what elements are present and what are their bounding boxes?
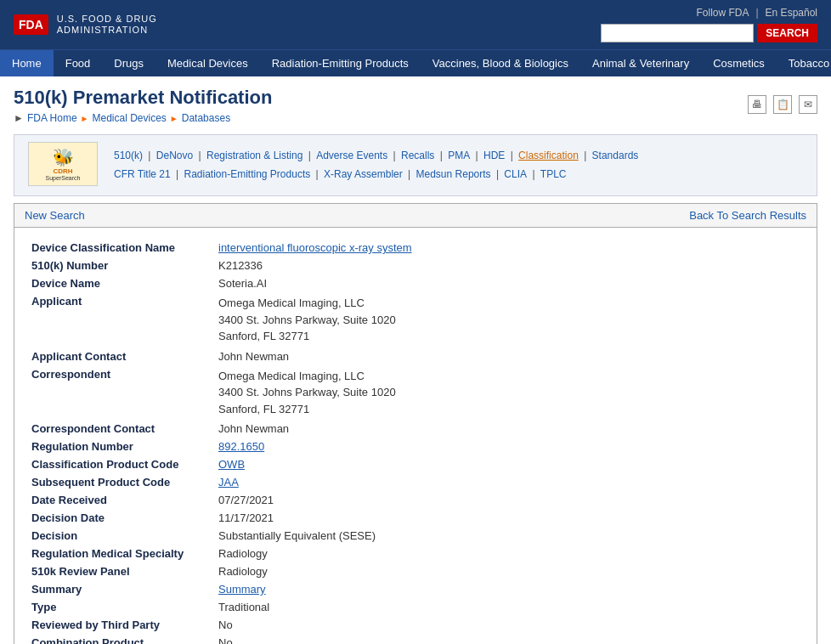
print-icon[interactable]: 🖶 <box>748 95 766 114</box>
field-label: Regulation Medical Specialty <box>31 547 218 560</box>
ss-link-standards[interactable]: Standards <box>592 150 639 161</box>
field-link[interactable]: OWB <box>218 458 245 471</box>
table-row: 510(k) NumberK212336 <box>31 259 800 272</box>
field-label: Type <box>31 601 218 613</box>
email-icon[interactable]: ✉ <box>799 95 817 114</box>
ss-link-radiation[interactable]: Radiation-Emitting Products <box>184 168 310 180</box>
field-label: Device Classification Name <box>31 241 218 254</box>
breadcrumb: ► FDA Home ► Medical Devices ► Databases <box>14 112 272 124</box>
field-value: Substantially Equivalent (SESE) <box>218 529 376 542</box>
field-link[interactable]: Summary <box>218 583 266 596</box>
espanol-link[interactable]: En Español <box>766 7 817 19</box>
site-header: FDA U.S. FOOD & DRUG ADMINISTRATION Foll… <box>0 0 831 49</box>
supersearch-links: 510(k) | DeNovo | Registration & Listing… <box>114 147 638 184</box>
page-header: 510(k) Premarket Notification ► FDA Home… <box>0 76 831 127</box>
field-link[interactable]: interventional fluoroscopic x-ray system <box>218 241 412 254</box>
ss-link-cfr[interactable]: CFR Title 21 <box>114 168 171 180</box>
breadcrumb-icon: ► <box>14 112 24 124</box>
new-search-link[interactable]: New Search <box>25 209 85 222</box>
breadcrumb-databases[interactable]: Databases <box>182 112 230 124</box>
table-row: Date Received07/27/2021 <box>31 494 800 506</box>
ss-link-pma[interactable]: PMA <box>448 150 470 161</box>
field-label: Applicant <box>31 295 218 345</box>
ss-link-xray[interactable]: X-Ray Assembler <box>324 168 403 180</box>
field-label: 510k Review Panel <box>31 565 218 578</box>
field-link[interactable]: 892.1650 <box>218 440 264 453</box>
field-label: Correspondent <box>31 368 218 418</box>
search-input[interactable] <box>601 24 754 42</box>
nav-item-food[interactable]: Food <box>54 50 103 76</box>
nav-item-medical-devices[interactable]: Medical Devices <box>155 50 260 76</box>
ss-link-clia[interactable]: CLIA <box>504 168 527 180</box>
ss-link-510k[interactable]: 510(k) <box>114 150 143 161</box>
cdrh-sublabel: SuperSearch <box>46 175 81 181</box>
back-to-search-link[interactable]: Back To Search Results <box>689 209 806 222</box>
main-nav: Home Food Drugs Medical Devices Radiatio… <box>0 49 831 76</box>
title-line1: U.S. FOOD & DRUG <box>57 14 157 25</box>
nav-item-animal[interactable]: Animal & Veterinary <box>580 50 701 76</box>
cdrh-bee-icon: 🐝 <box>53 147 74 167</box>
field-label: Applicant Contact <box>31 350 218 363</box>
nav-item-home[interactable]: Home <box>0 50 54 76</box>
field-link[interactable]: JAA <box>218 476 239 489</box>
field-value: Omega Medical Imaging, LLC3400 St. Johns… <box>218 368 396 418</box>
main-content: New Search Back To Search Results Device… <box>14 203 817 644</box>
share-icon[interactable]: 📋 <box>773 95 792 114</box>
table-row: CorrespondentOmega Medical Imaging, LLC3… <box>31 368 800 418</box>
field-value: John Newman <box>218 422 289 435</box>
field-label: 510(k) Number <box>31 259 218 272</box>
field-value: 07/27/2021 <box>218 494 274 506</box>
fda-badge: FDA <box>14 14 48 35</box>
table-row: Device NameSoteria.AI <box>31 277 800 290</box>
ss-link-classification[interactable]: Classification <box>518 150 579 161</box>
ss-link-tplc[interactable]: TPLC <box>540 168 567 180</box>
nav-item-radiation[interactable]: Radiation-Emitting Products <box>260 50 421 76</box>
field-value: John Newman <box>218 350 289 363</box>
field-value: No <box>218 619 233 631</box>
nav-item-vaccines[interactable]: Vaccines, Blood & Biologics <box>421 50 580 76</box>
nav-item-tobacco[interactable]: Tobacco Products <box>777 50 831 76</box>
table-row: Correspondent ContactJohn Newman <box>31 422 800 435</box>
nav-item-cosmetics[interactable]: Cosmetics <box>701 50 777 76</box>
field-label: Regulation Number <box>31 440 218 453</box>
detail-table: Device Classification Nameinterventional… <box>14 228 817 644</box>
field-label: Classification Product Code <box>31 458 218 471</box>
field-value: No <box>218 636 233 644</box>
breadcrumb-sep2: ► <box>170 114 178 123</box>
table-row: ApplicantOmega Medical Imaging, LLC3400 … <box>31 295 800 345</box>
field-label: Date Received <box>31 494 218 506</box>
breadcrumb-fda-home[interactable]: FDA Home <box>27 112 77 124</box>
ss-link-hde[interactable]: HDE <box>483 150 505 161</box>
field-value: Soteria.AI <box>218 277 267 290</box>
breadcrumb-medical-devices[interactable]: Medical Devices <box>92 112 166 124</box>
table-row: Device Classification Nameinterventional… <box>31 241 800 254</box>
field-value[interactable]: Summary <box>218 583 266 596</box>
search-button[interactable]: SEARCH <box>757 24 817 42</box>
title-line2: ADMINISTRATION <box>57 25 157 36</box>
ss-link-recalls[interactable]: Recalls <box>401 150 434 161</box>
follow-fda-link[interactable]: Follow FDA <box>696 7 749 19</box>
header-right: Follow FDA | En Español SEARCH <box>601 7 817 42</box>
link-separator: | <box>755 7 758 19</box>
field-value[interactable]: JAA <box>218 476 239 489</box>
site-title: U.S. FOOD & DRUG ADMINISTRATION <box>57 14 157 36</box>
field-value[interactable]: OWB <box>218 458 245 471</box>
field-label: Correspondent Contact <box>31 422 218 435</box>
search-bar: SEARCH <box>601 24 817 42</box>
table-row: Regulation Number892.1650 <box>31 440 800 453</box>
field-label: Combination Product <box>31 636 218 644</box>
field-value: Radiology <box>218 547 268 560</box>
ss-link-registration[interactable]: Registration & Listing <box>206 150 302 161</box>
field-value[interactable]: 892.1650 <box>218 440 264 453</box>
cdrh-label: CDRH <box>53 167 72 175</box>
ss-link-adverse[interactable]: Adverse Events <box>316 150 387 161</box>
nav-item-drugs[interactable]: Drugs <box>102 50 155 76</box>
logo-area: FDA U.S. FOOD & DRUG ADMINISTRATION <box>14 14 157 36</box>
field-label: Summary <box>31 583 218 596</box>
field-value: Traditional <box>218 601 269 613</box>
ss-link-denovo[interactable]: DeNovo <box>156 150 193 161</box>
field-value[interactable]: interventional fluoroscopic x-ray system <box>218 241 412 254</box>
results-toolbar: New Search Back To Search Results <box>14 204 817 228</box>
table-row: 510k Review PanelRadiology <box>31 565 800 578</box>
ss-link-medsun[interactable]: Medsun Reports <box>416 168 491 180</box>
